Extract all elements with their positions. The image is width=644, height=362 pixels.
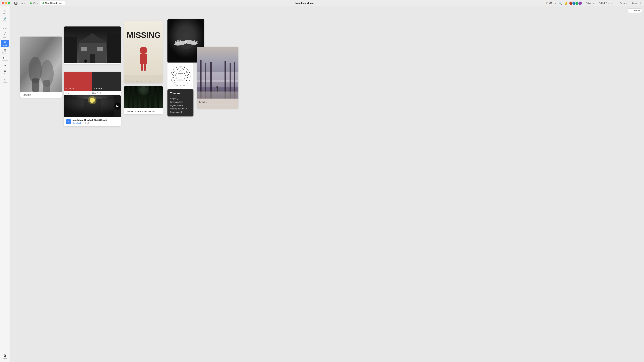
svg-rect-38 <box>157 86 158 108</box>
svg-marker-52 <box>175 71 186 80</box>
svg-marker-51 <box>172 67 189 83</box>
editors-button[interactable]: Editors ▾ <box>584 1 595 5</box>
svg-rect-76 <box>197 92 238 99</box>
trash-button[interactable]: 🗑 Trash <box>1 353 9 360</box>
video-filename: pexels-ivan-khmelyuk-8043335.mp4 <box>72 119 118 121</box>
canvas[interactable]: 0 Unsorted <box>10 6 644 362</box>
svg-point-42 <box>177 26 195 49</box>
titlebar: M Home Work Novel Moodboard Novel Moodbo… <box>0 0 644 6</box>
svg-rect-67 <box>197 80 238 87</box>
swatch-names: Mojo Mine Shaft <box>64 91 121 95</box>
svg-text:Ω: Ω <box>187 74 188 76</box>
tab-bar: M Home Work Novel Moodboard <box>12 1 64 6</box>
editors-chevron: ▾ <box>593 2 594 4</box>
publish-share-button[interactable]: Publish & share ▾ <box>598 1 616 5</box>
svg-rect-3 <box>32 78 40 92</box>
theme-unlikely-comradery: Unlikely comradery <box>170 107 191 110</box>
notification-count: 21 <box>549 2 552 4</box>
house-image <box>64 26 121 64</box>
tab-work[interactable]: Work <box>28 1 40 5</box>
zoom-out-button[interactable]: Zoom out <box>631 1 642 5</box>
svg-rect-12 <box>90 54 95 63</box>
svg-text:E: E <box>188 77 188 78</box>
svg-text:MISSING: MISSING <box>127 31 161 39</box>
svg-text:M: M <box>173 72 174 73</box>
svg-rect-4 <box>43 80 50 92</box>
tool-board[interactable]: ⊞ Board <box>1 40 9 47</box>
help-icon[interactable]: ? <box>555 2 556 5</box>
traffic-lights <box>2 2 10 4</box>
avatar-4 <box>578 1 582 5</box>
swatch-dark: #2B2B2B <box>92 72 121 91</box>
tool-todo[interactable]: ☰ To-do <box>1 23 9 31</box>
publish-chevron: ▾ <box>614 2 615 4</box>
video-download-row: Download · 40.9 MB <box>72 121 118 124</box>
isolation-label: Isolation <box>197 99 238 105</box>
column-icon: ▥ <box>4 49 6 52</box>
download-link[interactable]: Download <box>72 122 81 124</box>
tool-addimage[interactable]: 🖼 Add image <box>1 68 9 77</box>
trash-icon: 🗑 <box>3 354 6 357</box>
svg-rect-14 <box>85 61 86 63</box>
video-info: ▶ pexels-ivan-khmelyuk-8043335.mp4 Downl… <box>64 117 121 126</box>
tab-home[interactable]: M Home <box>12 1 28 6</box>
card-house[interactable] <box>64 26 121 64</box>
svg-rect-10 <box>82 47 87 51</box>
tool-line[interactable]: ╱ Line <box>1 31 9 39</box>
fullscreen-button[interactable] <box>8 2 10 4</box>
color-swatches: #C03939 #2B2B2B <box>64 72 121 91</box>
minimize-button[interactable] <box>5 2 7 4</box>
card-symbol[interactable]: A T E G R A N M A Ω Ω <box>168 63 194 89</box>
tool-note[interactable]: ≡ Note <box>1 8 9 15</box>
fog-image <box>197 47 238 99</box>
novel-dot <box>42 2 44 4</box>
export-button[interactable]: Export ▾ <box>618 1 628 5</box>
forest-label: Hidden tunnels under the town <box>124 108 163 114</box>
svg-rect-47 <box>180 39 181 44</box>
video-size: 40.9 MB <box>82 122 90 124</box>
addimage-icon: 🖼 <box>4 69 6 72</box>
tool-more[interactable]: ••• <box>1 63 9 68</box>
forest-image <box>124 86 163 108</box>
board-icon: ⊞ <box>4 41 6 44</box>
note-icon: ≡ <box>4 9 6 12</box>
card-isolation[interactable]: Isolation <box>197 47 238 109</box>
svg-point-18 <box>88 96 96 104</box>
link-icon: 🔗 <box>3 17 6 20</box>
tool-comment[interactable]: 💬 Comment <box>1 55 9 63</box>
svg-rect-29 <box>124 75 163 83</box>
themes-title: Themes <box>170 92 191 95</box>
unsorted-button[interactable]: 0 Unsorted <box>628 8 642 13</box>
svg-point-40 <box>140 86 147 93</box>
card-newlove[interactable]: New love <box>20 36 62 98</box>
card-palette: #C03939 #2B2B2B Mojo Mine Shaft <box>64 72 121 95</box>
svg-marker-20 <box>101 95 114 117</box>
work-dot <box>30 2 32 4</box>
missing-image: MISSING IN 50 METERS RADIUS <box>124 21 163 83</box>
close-button[interactable] <box>2 2 4 4</box>
card-forest[interactable]: Hidden tunnels under the town <box>124 86 163 114</box>
svg-text:N: N <box>172 77 172 78</box>
theme-empathy: Empathy <box>170 97 191 100</box>
notification-icon[interactable]: 📋 21 <box>546 2 552 4</box>
home-app-icon: M <box>14 2 18 5</box>
holding-hands-image <box>20 36 62 92</box>
play-button[interactable]: ▶ <box>114 102 121 110</box>
svg-rect-74 <box>216 88 218 92</box>
titlebar-controls: 📋 21 ? 🔍 🔔 Editors ▾ Publish & share ▾ E… <box>546 1 642 5</box>
tool-link[interactable]: 🔗 Link <box>1 16 9 23</box>
svg-text:A: A <box>180 68 180 69</box>
tab-novel[interactable]: Novel Moodboard <box>40 1 65 5</box>
more-icon: ••• <box>4 64 6 67</box>
alerts-icon[interactable]: 🔔 <box>564 1 568 5</box>
tool-column[interactable]: ▥ Column <box>1 48 9 55</box>
svg-rect-32 <box>128 86 130 108</box>
comment-icon: 💬 <box>3 56 6 60</box>
export-chevron: ▾ <box>626 2 627 4</box>
card-missing[interactable]: MISSING IN 50 METERS RADIUS <box>124 21 163 83</box>
tool-draw[interactable]: ✏ Draw <box>1 77 9 85</box>
search-icon[interactable]: 🔍 <box>558 1 562 5</box>
video-thumbnail: ▶ <box>64 95 121 117</box>
card-video[interactable]: ▶ ▶ pexels-ivan-khmelyuk-8043335.mp4 Dow… <box>64 95 121 126</box>
file-icon: ▶ <box>66 119 71 124</box>
